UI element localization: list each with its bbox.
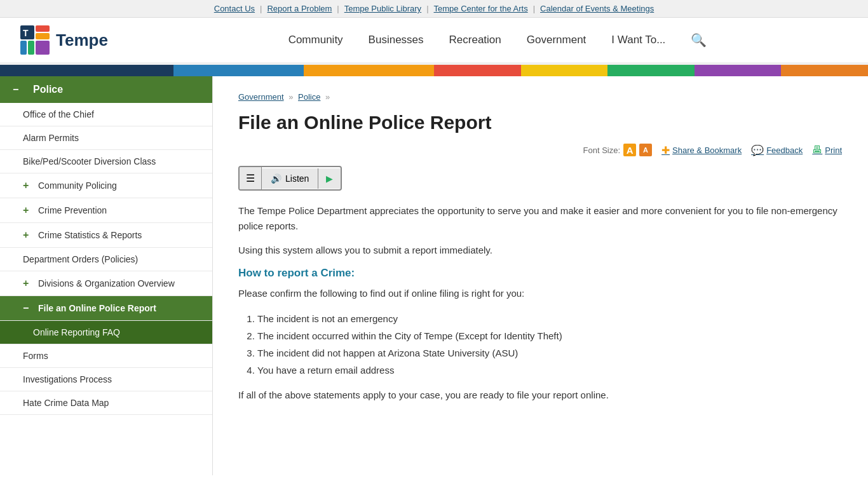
sidebar-collapse-icon: − <box>13 84 22 95</box>
content-area: The Tempe Police Department appreciates … <box>238 203 842 403</box>
feedback-button[interactable]: 💬 Feedback <box>751 144 803 156</box>
sidebar-item-office-of-chief[interactable]: Office of the Chief <box>0 103 212 126</box>
nav-recreation[interactable]: Recreation <box>449 34 501 46</box>
toolbar-row: Font Size: A A ✚ Share & Bookmark 💬 Feed… <box>238 144 842 156</box>
logo-area[interactable]: T Tempe <box>19 24 146 56</box>
checklist-item-3: The incident did not happen at Arizona S… <box>257 344 842 362</box>
svg-rect-4 <box>28 41 34 55</box>
page-layout: − Police Office of the Chief Alarm Permi… <box>0 76 868 475</box>
sidebar-top-item[interactable]: − Police <box>0 76 212 103</box>
sidebar-item-file-report[interactable]: − File an Online Police Report <box>0 296 212 321</box>
listen-play-button[interactable]: ▶ <box>318 168 341 189</box>
page-title: File an Online Police Report <box>238 111 842 134</box>
report-problem-link[interactable]: Report a Problem <box>267 4 332 13</box>
sidebar-item-online-reporting-faq[interactable]: Online Reporting FAQ <box>0 321 212 344</box>
sidebar-item-crime-statistics[interactable]: + Crime Statistics & Reports <box>0 223 212 248</box>
font-decrease-button[interactable]: A <box>639 144 652 156</box>
sidebar-item-crime-prevention[interactable]: + Crime Prevention <box>0 198 212 223</box>
listen-main-button[interactable]: 🔊 Listen <box>262 168 318 189</box>
sidebar-item-dept-orders[interactable]: Department Orders (Policies) <box>0 248 212 271</box>
expand-icon: + <box>23 229 32 241</box>
share-bookmark-button[interactable]: ✚ Share & Bookmark <box>661 144 742 156</box>
listen-menu-button[interactable]: ☰ <box>240 167 262 189</box>
sidebar-item-hate-crime[interactable]: Hate Crime Data Map <box>0 391 212 415</box>
feedback-icon: 💬 <box>751 144 764 156</box>
tempe-library-link[interactable]: Tempe Public Library <box>344 4 421 13</box>
how-to-heading: How to report a Crime: <box>238 267 842 280</box>
sidebar-item-investigations[interactable]: Investigations Process <box>0 368 212 391</box>
nav-government[interactable]: Government <box>527 34 587 46</box>
listen-speaker-icon: 🔊 <box>271 173 281 184</box>
search-icon[interactable]: 🔍 <box>691 32 707 48</box>
breadcrumb-police[interactable]: Police <box>298 92 320 102</box>
checklist-item-2: The incident occurred within the City of… <box>257 327 842 344</box>
expand-icon: + <box>23 205 32 216</box>
logo-text: Tempe <box>56 30 108 50</box>
calendar-link[interactable]: Calendar of Events & Meetings <box>540 4 654 13</box>
intro-paragraph-1: The Tempe Police Department appreciates … <box>238 203 842 234</box>
svg-rect-2 <box>36 33 50 39</box>
checklist-item-1: The incident is not an emergency <box>257 310 842 327</box>
collapse-icon: − <box>23 302 32 314</box>
intro-paragraph-2: Using this system allows you to submit a… <box>238 243 842 258</box>
nav-i-want-to[interactable]: I Want To... <box>611 34 665 46</box>
svg-rect-1 <box>36 25 50 32</box>
how-to-intro: Please confirm the following to find out… <box>238 286 842 301</box>
share-icon: ✚ <box>661 144 670 156</box>
utility-bar: Contact Us | Report a Problem | Tempe Pu… <box>0 0 868 18</box>
sidebar-item-divisions[interactable]: + Divisions & Organization Overview <box>0 271 212 296</box>
checklist-item-4: You have a return email address <box>257 362 842 379</box>
nav-community[interactable]: Community <box>288 34 343 46</box>
tempe-arts-link[interactable]: Tempe Center for the Arts <box>434 4 528 13</box>
font-size-controls: Font Size: A A <box>583 144 653 156</box>
expand-icon: + <box>23 180 32 191</box>
sidebar-item-alarm-permits[interactable]: Alarm Permits <box>0 126 212 150</box>
header: T Tempe Community Businesses Recreation … <box>0 18 868 65</box>
svg-rect-5 <box>36 41 50 55</box>
sidebar-item-bike-ped[interactable]: Bike/Ped/Scooter Diversion Class <box>0 150 212 173</box>
svg-text:T: T <box>23 28 29 38</box>
breadcrumb: Government » Police » <box>238 92 842 102</box>
font-increase-button[interactable]: A <box>623 144 636 156</box>
color-bar <box>0 65 868 76</box>
listen-bar: ☰ 🔊 Listen ▶ <box>238 166 342 191</box>
expand-icon: + <box>23 278 32 289</box>
checklist: The incident is not an emergency The inc… <box>257 310 842 379</box>
tempe-logo-icon: T <box>19 24 51 56</box>
contact-us-link[interactable]: Contact Us <box>214 4 255 13</box>
nav-businesses[interactable]: Businesses <box>369 34 424 46</box>
closing-paragraph: If all of the above statements apply to … <box>238 388 842 403</box>
main-content: Government » Police » File an Online Pol… <box>213 76 867 475</box>
main-navigation: Community Businesses Recreation Governme… <box>146 32 849 48</box>
breadcrumb-government[interactable]: Government <box>238 92 284 102</box>
print-button[interactable]: 🖶 Print <box>812 144 842 156</box>
sidebar: − Police Office of the Chief Alarm Permi… <box>0 76 213 475</box>
svg-rect-3 <box>20 41 27 55</box>
sidebar-top-label: Police <box>33 84 63 95</box>
sidebar-item-forms[interactable]: Forms <box>0 344 212 368</box>
listen-label: Listen <box>285 173 309 184</box>
font-size-label: Font Size: <box>583 146 621 155</box>
sidebar-item-community-policing[interactable]: + Community Policing <box>0 173 212 198</box>
print-icon: 🖶 <box>812 144 822 156</box>
